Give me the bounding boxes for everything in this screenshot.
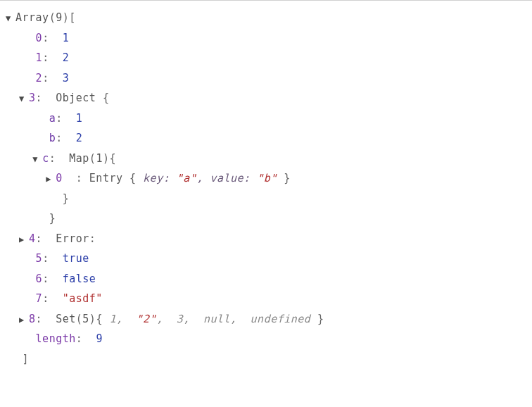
item-index: 8 [29,313,36,325]
object-prop[interactable]: a: 1 [6,108,526,129]
prop-key: a [49,112,56,125]
map-entry[interactable]: ▶0 : Entry { key: "a", value: "b" } [6,168,526,189]
array-item[interactable]: 2: 3 [6,68,526,89]
array-item[interactable]: 1: 2 [6,48,526,68]
set-item[interactable]: ▶8: Set(5){ 1, "2", 3, null, undefined } [6,309,526,330]
length-key: length [36,332,76,345]
array-length[interactable]: length: 9 [6,329,526,349]
error-item[interactable]: ▶4: Error: [6,229,526,249]
item-value: false [63,273,96,285]
item-index: 5 [36,252,43,265]
map-type: Map [69,152,89,165]
root-type: Array [15,11,49,24]
object-type: Object [56,92,96,104]
set-type: Set [56,313,76,325]
item-value: 1 [63,32,70,44]
item-index: 1 [36,51,43,64]
array-header[interactable]: ▼Array(9)[ [6,8,526,28]
inspector-panel: ▼Array(9)[ 0: 1 1: 2 2: 3 ▼3: Object { a… [0,0,532,382]
array-item[interactable]: 7: "asdf" [6,289,526,309]
prop-key: c [42,152,49,165]
object-close: } [6,208,526,229]
array-item[interactable]: 6: false [6,269,526,289]
item-value: 3 [63,72,70,84]
entry-index: 0 [56,172,63,184]
item-index: 7 [36,292,43,305]
disclosure-down-icon[interactable]: ▼ [32,151,42,168]
set-preview-item: null [203,313,230,325]
item-value: "asdf" [63,292,103,305]
object-header[interactable]: ▼3: Object { [6,88,526,108]
root-count: 9 [56,11,63,24]
set-preview-item: 3 [177,313,184,325]
disclosure-right-icon[interactable]: ▶ [46,171,56,187]
array-close: ] [6,349,526,370]
object-prop[interactable]: b: 2 [6,128,526,149]
entry-type: Entry [89,172,123,184]
error-type: Error [56,232,89,245]
item-value: 2 [63,51,70,64]
set-preview-item: undefined [251,313,311,325]
array-item[interactable]: 5: true [6,249,526,269]
prop-key: b [49,132,56,144]
entry-key-label: key [143,172,163,184]
item-index: 2 [36,72,43,84]
disclosure-down-icon[interactable]: ▼ [19,91,29,107]
prop-value: 2 [76,132,83,144]
item-index: 4 [29,232,36,245]
prop-value: 1 [76,112,83,125]
item-index: 6 [36,273,43,285]
entry-key-value: "a" [177,172,197,184]
disclosure-right-icon[interactable]: ▶ [19,232,29,248]
set-preview-item: "2" [137,313,157,325]
item-index: 0 [36,32,43,44]
set-preview-item: 1 [109,313,116,325]
length-value: 9 [96,332,103,345]
map-header[interactable]: ▼c: Map(1){ [6,149,526,169]
disclosure-down-icon[interactable]: ▼ [6,11,15,27]
item-value: true [63,252,89,265]
entry-value-label: value [210,172,243,184]
array-item[interactable]: 0: 1 [6,28,526,49]
disclosure-right-icon[interactable]: ▶ [19,312,29,328]
entry-value-value: "b" [257,172,277,184]
item-index: 3 [29,92,36,104]
map-close: } [6,189,526,209]
